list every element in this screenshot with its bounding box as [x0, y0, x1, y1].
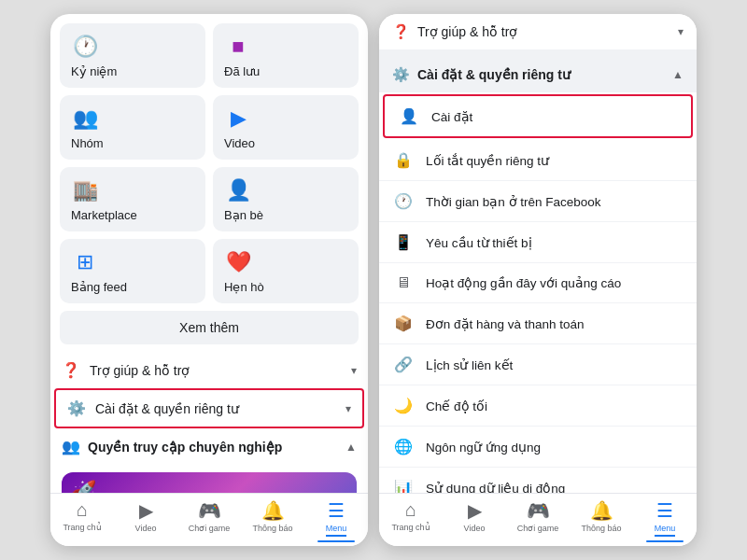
video-nav-icon: ▶ — [139, 499, 153, 522]
nav-home[interactable]: ⌂ Trang chủ — [50, 499, 114, 542]
right-nav-menu[interactable]: ☰ Menu — [633, 499, 697, 542]
settings-list: ❓ Trợ giúp & hỗ trợ ▾ ⚙️ Cài đặt & quyền… — [379, 14, 697, 493]
right-nav-video[interactable]: ▶ Video — [443, 499, 506, 542]
settings-item-ads[interactable]: 🖥 Hoạt động gần đây với quảng cáo — [379, 263, 697, 303]
nav-notifications[interactable]: 🔔 Thông báo — [241, 499, 304, 542]
left-phone: 🕐 Kỷ niệm ■ Đã lưu 👥 Nhóm ▶ Video — [50, 14, 368, 546]
right-help-icon: ❓ — [392, 23, 410, 40]
right-settings-header[interactable]: ⚙️ Cài đặt & quyền riêng tư ▲ — [379, 57, 697, 92]
nav-video[interactable]: ▶ Video — [114, 499, 177, 542]
active-underline — [317, 540, 355, 542]
clock-icon: 🕐 — [71, 33, 99, 61]
help-label: Trợ giúp & hỗ trợ — [90, 363, 351, 378]
menu-item-dating[interactable]: ❤️ Hẹn hò — [213, 239, 359, 303]
settings-item-icon-2: 🕐 — [392, 192, 415, 210]
home-label: Trang chủ — [63, 523, 101, 532]
friends-icon: 👤 — [224, 176, 252, 204]
settings-label: Cài đặt & quyền riêng tư — [95, 401, 345, 416]
settings-section-row[interactable]: ⚙️ Cài đặt & quyền riêng tư ▾ — [54, 388, 364, 428]
right-menu-label: Menu — [655, 524, 676, 537]
menu-item-video[interactable]: ▶ Video — [213, 95, 359, 160]
settings-item-icon-9: 📊 — [392, 479, 415, 493]
right-help-row[interactable]: ❓ Trợ giúp & hỗ trợ ▾ — [379, 14, 697, 49]
right-bell-icon: 🔔 — [590, 499, 613, 522]
right-notifications-label: Thông báo — [581, 524, 621, 533]
right-help-chevron: ▾ — [678, 25, 684, 38]
right-video-label: Video — [464, 524, 486, 533]
pro-access-card[interactable]: 🚀 Sự hiện diện công khai Nhận các công c… — [62, 472, 357, 493]
right-settings-icon: ⚙️ — [392, 66, 410, 83]
help-section-row[interactable]: ❓ Trợ giúp & hỗ trợ ▾ — [50, 352, 368, 388]
notifications-label: Thông báo — [252, 524, 292, 533]
settings-item-icon-1: 🔒 — [392, 151, 415, 169]
right-menu-icon: ☰ — [656, 499, 673, 522]
menu-grid: 🕐 Kỷ niệm ■ Đã lưu 👥 Nhóm ▶ Video — [50, 14, 368, 309]
settings-item-data[interactable]: 📊 Sử dụng dữ liệu di động — [379, 468, 697, 493]
settings-item-icon-3: 📱 — [392, 233, 415, 251]
right-settings-chevron: ▲ — [672, 68, 684, 81]
rocket-icon: 🚀 — [71, 480, 96, 493]
friends-label: Bạn bè — [224, 208, 347, 222]
pro-access-icon: 👥 — [62, 438, 80, 455]
group-icon: 👥 — [71, 105, 99, 133]
settings-item-label-9: Sử dụng dữ liệu di động — [426, 481, 684, 494]
settings-item-links[interactable]: 🔗 Lịch sử liên kết — [379, 344, 697, 385]
menu-item-saved[interactable]: ■ Đã lưu — [213, 23, 359, 88]
right-settings-label: Cài đặt & quyền riêng tư — [417, 67, 672, 82]
settings-item-device[interactable]: 📱 Yêu cầu từ thiết bị — [379, 222, 697, 263]
settings-item-language[interactable]: 🌐 Ngôn ngữ ứng dụng — [379, 427, 697, 468]
settings-item-icon-0: 👤 — [398, 107, 420, 125]
right-video-icon: ▶ — [468, 499, 482, 522]
menu-item-feed[interactable]: ⊞ Bảng feed — [60, 239, 205, 303]
settings-item-label-5: Đơn đặt hàng và thanh toán — [426, 316, 684, 331]
video-label: Video — [224, 136, 347, 150]
nav-games[interactable]: 🎮 Chơi game — [177, 499, 241, 542]
menu-item-friends[interactable]: 👤 Bạn bè — [213, 167, 359, 231]
pro-access-section: 🚀 Sự hiện diện công khai Nhận các công c… — [50, 465, 368, 493]
home-icon: ⌂ — [77, 499, 88, 521]
settings-item-label-6: Lịch sử liên kết — [426, 357, 684, 372]
settings-item-icon-5: 📦 — [392, 315, 415, 332]
settings-item-label-1: Lối tắt quyền riêng tư — [426, 153, 684, 168]
settings-item-privacy[interactable]: 🔒 Lối tắt quyền riêng tư — [379, 140, 697, 181]
right-nav-games[interactable]: 🎮 Chơi game — [506, 499, 570, 542]
left-bottom-nav: ⌂ Trang chủ ▶ Video 🎮 Chơi game 🔔 Thông … — [50, 493, 368, 546]
right-nav-home[interactable]: ⌂ Trang chủ — [379, 499, 443, 542]
feed-label: Bảng feed — [71, 280, 194, 294]
settings-item-orders[interactable]: 📦 Đơn đặt hàng và thanh toán — [379, 303, 697, 344]
marketplace-label: Marketplace — [71, 208, 194, 222]
settings-icon: ⚙️ — [67, 399, 86, 417]
left-phone-content: 🕐 Kỷ niệm ■ Đã lưu 👥 Nhóm ▶ Video — [50, 14, 368, 493]
feed-icon: ⊞ — [71, 248, 99, 276]
saved-label: Đã lưu — [224, 64, 347, 78]
menu-label: Menu — [326, 524, 347, 537]
pro-access-header[interactable]: 👥 Quyền truy cập chuyên nghiệp ▲ — [50, 428, 368, 465]
menu-item-marketplace[interactable]: 🏬 Marketplace — [60, 167, 205, 231]
settings-divider-1 — [379, 49, 697, 57]
nav-menu[interactable]: ☰ Menu — [304, 499, 368, 542]
settings-item-label-4: Hoạt động gần đây với quảng cáo — [426, 275, 684, 290]
video-icon: ▶ — [224, 105, 252, 133]
right-games-icon: 🎮 — [527, 499, 550, 522]
right-games-label: Chơi game — [517, 524, 559, 533]
menu-item-memories[interactable]: 🕐 Kỷ niệm — [60, 23, 205, 88]
settings-item-icon-6: 🔗 — [392, 356, 415, 373]
settings-item-label-8: Ngôn ngữ ứng dụng — [426, 440, 684, 455]
menu-item-groups[interactable]: 👥 Nhóm — [60, 95, 205, 160]
pro-access-label: Quyền truy cập chuyên nghiệp — [88, 440, 345, 455]
right-phone: ❓ Trợ giúp & hỗ trợ ▾ ⚙️ Cài đặt & quyền… — [379, 14, 697, 546]
save-icon: ■ — [224, 33, 252, 61]
settings-item-settings[interactable]: 👤 Cài đặt — [383, 94, 693, 138]
settings-item-time[interactable]: 🕐 Thời gian bạn ở trên Facebook — [379, 181, 697, 222]
pro-access-chevron: ▲ — [345, 441, 357, 454]
settings-item-icon-8: 🌐 — [392, 438, 415, 455]
dating-icon: ❤️ — [224, 248, 252, 276]
settings-item-dark[interactable]: 🌙 Chế độ tối — [379, 385, 697, 427]
see-more-button[interactable]: Xem thêm — [60, 311, 359, 344]
right-home-label: Trang chủ — [391, 523, 430, 532]
settings-item-icon-7: 🌙 — [392, 397, 415, 414]
right-nav-notifications[interactable]: 🔔 Thông báo — [570, 499, 633, 542]
settings-item-label-0: Cài đặt — [431, 109, 678, 124]
help-chevron: ▾ — [351, 364, 357, 377]
bell-icon: 🔔 — [261, 499, 285, 522]
